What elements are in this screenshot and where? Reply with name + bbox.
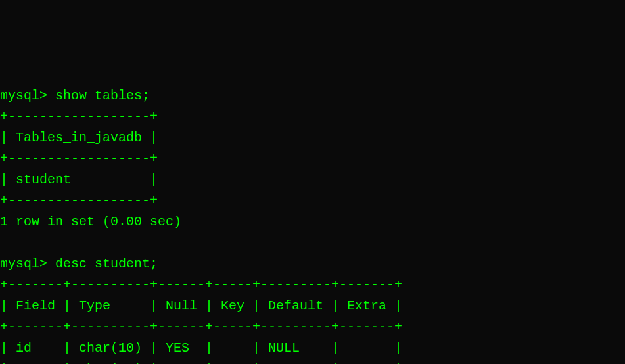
table-border: +-------+----------+------+-----+-------… [0, 277, 402, 292]
table-data-row: | name | char(16) | YES | | NULL | | [0, 361, 402, 364]
table-border: +------------------+ [0, 109, 158, 124]
table-data-row: | id | char(10) | YES | | NULL | | [0, 340, 402, 355]
table-border: +------------------+ [0, 193, 158, 208]
result-text: 1 row in set (0.00 sec) [0, 214, 181, 229]
mysql-prompt: mysql> show tables; [0, 88, 150, 103]
command-text: desc student; [55, 256, 158, 271]
terminal-output: mysql> show tables; +------------------+… [0, 85, 625, 364]
table-header-row: | Tables_in_javadb | [0, 130, 158, 145]
table-border: +-------+----------+------+-----+-------… [0, 319, 402, 334]
table-header-row: | Field | Type | Null | Key | Default | … [0, 298, 402, 313]
command-text: show tables; [55, 88, 150, 103]
table-border: +------------------+ [0, 151, 158, 166]
mysql-prompt: mysql> desc student; [0, 256, 158, 271]
table-data-row: | student | [0, 172, 158, 187]
